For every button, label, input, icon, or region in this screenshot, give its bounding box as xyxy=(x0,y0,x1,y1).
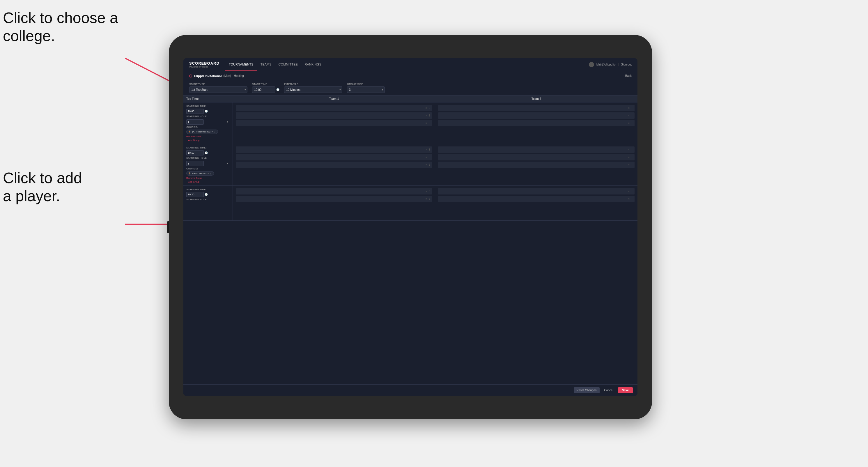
slot-more-g2-2-3[interactable]: ⋮ xyxy=(631,164,633,166)
starting-time-input-2[interactable] xyxy=(186,150,204,155)
course-tag-1[interactable]: 🏌 (A) Peachtree GC × ⋮ xyxy=(186,130,218,134)
remove-group-2[interactable]: Remove Group xyxy=(186,177,230,179)
hole-arrow-1: ▼ xyxy=(226,121,228,123)
nav-committee[interactable]: COMMITTEE xyxy=(275,58,301,71)
start-time-input[interactable] xyxy=(252,87,275,93)
group-3-team2: ×⋮ ×⋮ xyxy=(435,186,638,220)
player-slot-g2-2-3[interactable]: ×⋮ xyxy=(438,162,634,168)
slot-x-g2-1-3[interactable]: × xyxy=(426,164,427,166)
group-size-select[interactable]: 3 xyxy=(347,87,385,93)
intervals-wrapper: 10 Minutes ▼ xyxy=(284,87,342,93)
th-tee-time: Tee Time xyxy=(183,95,233,102)
th-team1: Team 1 xyxy=(233,95,435,102)
player-slot-g2-1-2[interactable]: ×⋮ xyxy=(236,154,432,160)
player-slot-g2-2-2[interactable]: ×⋮ xyxy=(438,154,634,160)
player-slot-g3-2-2[interactable]: ×⋮ xyxy=(438,196,634,202)
slot-actions-1-3: × ⋮ xyxy=(426,122,431,125)
group-size-wrapper: 3 ▼ xyxy=(347,87,385,93)
reset-button[interactable]: Reset Changes xyxy=(574,387,600,393)
starting-hole-select-2[interactable]: 1 xyxy=(186,161,204,166)
slot-x-2-1[interactable]: × xyxy=(628,107,630,110)
slot-x-2-3[interactable]: × xyxy=(628,122,630,125)
slot-x-g3-1-2[interactable]: × xyxy=(426,198,427,200)
starting-hole-select-1[interactable]: 1 xyxy=(186,119,204,125)
slot-more-g2-1-2[interactable]: ⋮ xyxy=(428,156,431,159)
slot-x-1-3[interactable]: × xyxy=(426,122,427,125)
table-header: Tee Time Team 1 Team 2 xyxy=(183,95,638,102)
slot-x-g2-2-3[interactable]: × xyxy=(628,164,630,166)
course-remove-2[interactable]: × xyxy=(208,172,209,175)
course-tag-2[interactable]: 🏌 East Lake GC × ⋮ xyxy=(186,171,214,176)
hole-select-wrap-2: 1 ▼ xyxy=(186,160,230,166)
slot-x-g2-2-2[interactable]: × xyxy=(628,156,630,159)
starting-time-input-3[interactable] xyxy=(186,192,204,197)
slot-x-g3-2-1[interactable]: × xyxy=(628,190,630,193)
slot-more-1-2[interactable]: ⋮ xyxy=(428,115,431,117)
player-slot-2-1[interactable]: × ⋮ xyxy=(438,105,634,111)
start-type-select[interactable]: 1st Tee Start xyxy=(189,87,247,93)
slot-x-g2-1-2[interactable]: × xyxy=(426,156,427,159)
slot-more-2-1[interactable]: ⋮ xyxy=(631,107,633,110)
slot-more-2-3[interactable]: ⋮ xyxy=(631,122,633,125)
save-button[interactable]: Save xyxy=(618,387,633,393)
starting-time-input-1[interactable] xyxy=(186,108,204,114)
player-slot-2-3[interactable]: × ⋮ xyxy=(438,120,634,126)
slot-x-g3-2-2[interactable]: × xyxy=(628,198,630,200)
player-slot-g3-1-1[interactable]: ×⋮ xyxy=(236,188,432,194)
slot-more-g3-1-1[interactable]: ⋮ xyxy=(428,190,431,193)
player-slot-1-2[interactable]: × ⋮ xyxy=(236,113,432,119)
player-slot-2-2[interactable]: × ⋮ xyxy=(438,113,634,119)
slot-more-g2-2-1[interactable]: ⋮ xyxy=(631,149,633,151)
annotation-add-player: Click to add a player. xyxy=(3,169,82,205)
intervals-select[interactable]: 10 Minutes xyxy=(284,87,342,93)
slot-more-2-2[interactable]: ⋮ xyxy=(631,115,633,117)
slot-more-g2-1-3[interactable]: ⋮ xyxy=(428,164,431,166)
slot-x-1-2[interactable]: × xyxy=(426,115,427,117)
slot-x-g2-1-1[interactable]: × xyxy=(426,149,427,151)
slot-x-2-2[interactable]: × xyxy=(628,115,630,117)
nav-avatar xyxy=(589,62,594,67)
sign-out-link[interactable]: Sign out xyxy=(621,63,632,66)
player-slot-g2-1-1[interactable]: ×⋮ xyxy=(236,147,432,153)
course-name-2: East Lake GC xyxy=(192,172,207,175)
slot-x-g2-2-1[interactable]: × xyxy=(628,149,630,151)
remove-group-1[interactable]: Remove Group xyxy=(186,135,230,138)
player-slot-1-1[interactable]: × ⋮ xyxy=(236,105,432,111)
slot-more-1-3[interactable]: ⋮ xyxy=(428,122,431,125)
course-label-1: COURSE: xyxy=(186,126,230,128)
slot-more-g3-2-2[interactable]: ⋮ xyxy=(631,198,633,200)
slot-more-g3-2-1[interactable]: ⋮ xyxy=(631,190,633,193)
group-1-team2: × ⋮ × ⋮ × ⋮ xyxy=(435,102,638,144)
player-slot-1-3[interactable]: × ⋮ xyxy=(236,120,432,126)
slot-more-g3-1-2[interactable]: ⋮ xyxy=(428,198,431,200)
course-remove-1[interactable]: × xyxy=(212,130,213,133)
nav-rankings[interactable]: RANKINGS xyxy=(301,58,325,71)
player-slot-g3-1-2[interactable]: ×⋮ xyxy=(236,196,432,202)
logo-sub: Powered by clippd xyxy=(189,65,219,68)
nav-user-email: blair@clippd.io xyxy=(596,63,616,66)
nav-teams[interactable]: TEAMS xyxy=(257,58,275,71)
slot-actions-2-2: × ⋮ xyxy=(628,115,633,117)
player-slot-g3-2-1[interactable]: ×⋮ xyxy=(438,188,634,194)
slot-actions-2-1: × ⋮ xyxy=(628,107,633,110)
nav-right: blair@clippd.io | Sign out xyxy=(589,62,632,67)
slot-x-1-1[interactable]: × xyxy=(426,107,427,110)
player-slot-g2-2-1[interactable]: ×⋮ xyxy=(438,147,634,153)
player-slot-g2-1-3[interactable]: ×⋮ xyxy=(236,162,432,168)
back-button[interactable]: ‹ Back xyxy=(623,74,632,77)
nav-tournaments[interactable]: TOURNAMENTS xyxy=(225,58,257,71)
add-group-1[interactable]: + Add Group xyxy=(186,139,230,142)
cancel-button[interactable]: Cancel xyxy=(602,387,616,393)
course-edit-1[interactable]: ⋮ xyxy=(214,130,216,133)
slot-more-g2-1-1[interactable]: ⋮ xyxy=(428,149,431,151)
starting-time-label-1: STARTING TIME: xyxy=(186,105,230,107)
add-group-2[interactable]: + Add Group xyxy=(186,181,230,183)
start-type-wrapper: 1st Tee Start ▼ xyxy=(189,87,247,93)
course-icon-1: 🏌 xyxy=(188,130,191,133)
starting-hole-label-2: STARTING HOLE: xyxy=(186,157,230,159)
course-edit-2[interactable]: ⋮ xyxy=(210,172,212,175)
tablet-screen: SCOREBOARD Powered by clippd TOURNAMENTS… xyxy=(183,58,638,396)
slot-x-g3-1-1[interactable]: × xyxy=(426,190,427,193)
slot-more-1-1[interactable]: ⋮ xyxy=(428,107,431,110)
slot-more-g2-2-2[interactable]: ⋮ xyxy=(631,156,633,159)
